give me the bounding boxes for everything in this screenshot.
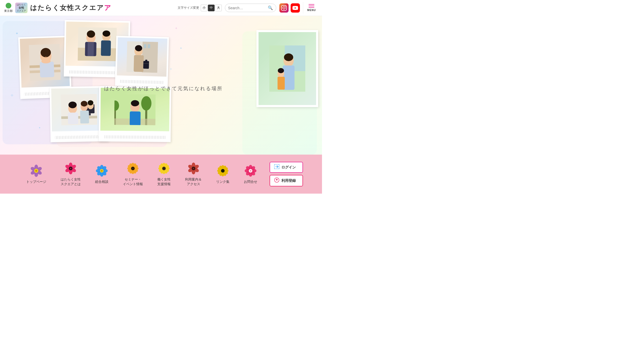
menu-label: MENU	[307, 9, 316, 12]
svg-rect-5	[40, 62, 54, 78]
nav-item-support[interactable]: 働く女性支援情報	[150, 160, 178, 188]
nav-label-support: 働く女性支援情報	[157, 177, 171, 186]
nav-item-about[interactable]: はたらく女性スクエアとは	[53, 160, 88, 188]
login-button[interactable]: ログイン	[270, 162, 303, 173]
header: 東京都 はたらく 女性 スクエア はたらく女性スクエアア 文字サイズ変更 小 中…	[0, 0, 322, 16]
photo-business-stamp	[115, 36, 169, 87]
footer-nav: トップページ はたらく女性スクエアとは	[0, 155, 322, 194]
sparkle-decoration: ✧	[170, 67, 172, 71]
nav-right-buttons: ログイン 利用登録	[270, 162, 303, 186]
svg-point-141	[250, 170, 252, 172]
header-left: 東京都 はたらく 女性 スクエア はたらく女性スクエアア	[4, 3, 112, 13]
register-icon	[274, 177, 279, 184]
register-button[interactable]: 利用登録	[270, 175, 303, 186]
sparkle-decoration: ✦	[39, 126, 41, 129]
font-size-buttons: 小 中 大	[201, 5, 222, 11]
font-medium-button[interactable]: 中	[208, 5, 215, 11]
svg-rect-23	[133, 55, 144, 72]
login-label: ログイン	[281, 165, 296, 170]
tokyo-circle-icon	[6, 3, 11, 8]
nav-label-consultation: 総合相談	[95, 180, 108, 184]
flower-icon-seminar	[126, 162, 140, 175]
tokyo-label: 東京都	[4, 9, 13, 13]
flower-icon-access	[187, 162, 200, 175]
flower-icon-top	[30, 164, 43, 177]
svg-point-96	[132, 168, 134, 169]
nav-label-access: 利用案内＆アクセス	[185, 177, 202, 186]
svg-rect-19	[144, 44, 146, 48]
svg-rect-56	[130, 111, 141, 125]
svg-rect-16	[101, 40, 111, 56]
nav-label-about: はたらく女性スクエアとは	[61, 177, 81, 186]
font-size-control: 文字サイズ変更 小 中 大	[178, 5, 222, 11]
font-small-button[interactable]: 小	[201, 5, 207, 11]
nav-label-links: リンク集	[216, 180, 229, 184]
hero-tagline: はたらく女性がほっとできて元気になれる場所	[104, 85, 223, 92]
sparkle-decoration: ✦	[15, 31, 19, 35]
search-input[interactable]	[228, 6, 266, 10]
register-label: 利用登録	[281, 178, 296, 183]
site-title: はたらく女性スクエアア	[30, 3, 112, 12]
sparkle-decoration: ✧	[10, 93, 14, 98]
font-large-button[interactable]: 大	[215, 5, 222, 11]
social-icons	[279, 3, 300, 13]
photo-child-card	[256, 30, 318, 107]
nav-item-links[interactable]: リンク集	[209, 162, 237, 186]
svg-rect-34	[278, 77, 285, 90]
flower-icon-support	[157, 162, 171, 175]
search-box[interactable]: 🔍	[225, 4, 276, 12]
svg-point-30	[284, 53, 293, 61]
nav-label-contact: お問合せ	[244, 180, 257, 184]
nav-item-contact[interactable]: お問合せ	[237, 162, 264, 186]
site-badge: はたらく 女性 スクエア	[15, 3, 27, 13]
login-icon	[274, 164, 279, 170]
photo-outdoor-stamp	[99, 86, 171, 142]
header-right: 文字サイズ変更 小 中 大 🔍	[178, 2, 318, 14]
flower-icon-links	[216, 164, 229, 177]
flower-icon-contact	[244, 164, 257, 177]
sparkle-decoration: ✦	[175, 26, 178, 30]
svg-rect-41	[68, 112, 78, 124]
svg-rect-24	[143, 61, 149, 69]
menu-button[interactable]: MENU	[303, 2, 318, 14]
svg-point-131	[221, 169, 225, 173]
instagram-icon[interactable]	[279, 3, 289, 13]
svg-point-33	[278, 68, 284, 73]
svg-point-64	[35, 170, 37, 172]
nav-item-access[interactable]: 利用案内＆アクセス	[178, 160, 209, 188]
svg-point-110	[163, 168, 165, 169]
svg-line-26	[143, 63, 149, 64]
search-icon: 🔍	[268, 5, 273, 10]
youtube-icon[interactable]	[291, 3, 300, 13]
nav-item-consultation[interactable]: 総合相談	[88, 162, 116, 186]
svg-point-146	[276, 179, 278, 181]
svg-rect-13	[87, 42, 94, 56]
flower-icon-about	[64, 162, 77, 175]
svg-rect-44	[80, 110, 89, 124]
svg-point-72	[70, 168, 72, 169]
font-size-label: 文字サイズ変更	[178, 6, 199, 10]
hamburger-icon	[309, 4, 314, 8]
svg-rect-20	[148, 44, 150, 48]
sparkle-decoration: ✦	[180, 47, 182, 50]
nav-label-top: トップページ	[26, 180, 46, 184]
photo-collage: ✦ ✦ ✧ ✦ ✦ ✦ ✦ ✧	[0, 16, 322, 155]
flower-icon-consultation	[95, 164, 108, 177]
svg-rect-25	[145, 60, 147, 62]
nav-label-seminar: セミナー・イベント情報	[123, 177, 143, 186]
hero-section: ✦ ✦ ✧ ✦ ✦ ✦ ✦ ✧	[0, 16, 322, 155]
nav-item-top[interactable]: トップページ	[19, 162, 53, 186]
svg-point-118	[192, 168, 194, 169]
nav-item-seminar[interactable]: セミナー・イベント情報	[116, 160, 150, 188]
tokyo-logo: 東京都	[4, 3, 13, 13]
svg-point-82	[101, 170, 103, 172]
